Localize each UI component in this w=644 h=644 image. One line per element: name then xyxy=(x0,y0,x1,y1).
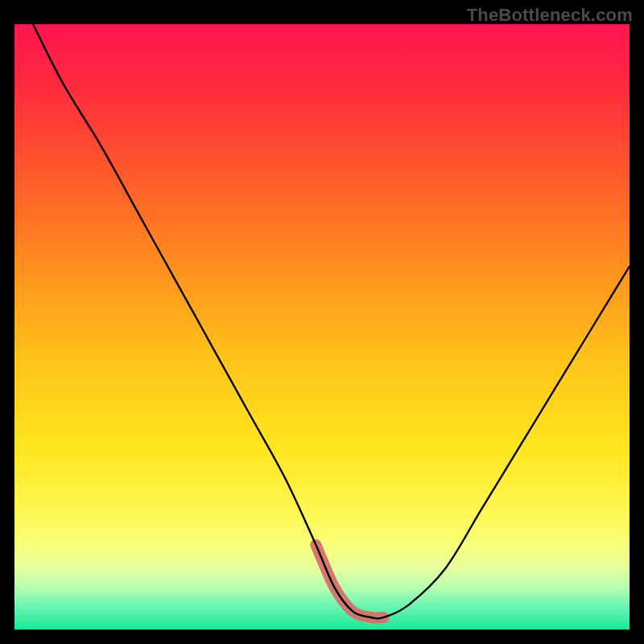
watermark-text: TheBottleneck.com xyxy=(467,5,633,26)
plot-area xyxy=(14,24,630,630)
gradient-background xyxy=(14,24,630,630)
chart-frame: TheBottleneck.com xyxy=(0,0,644,644)
chart-svg xyxy=(14,24,630,630)
